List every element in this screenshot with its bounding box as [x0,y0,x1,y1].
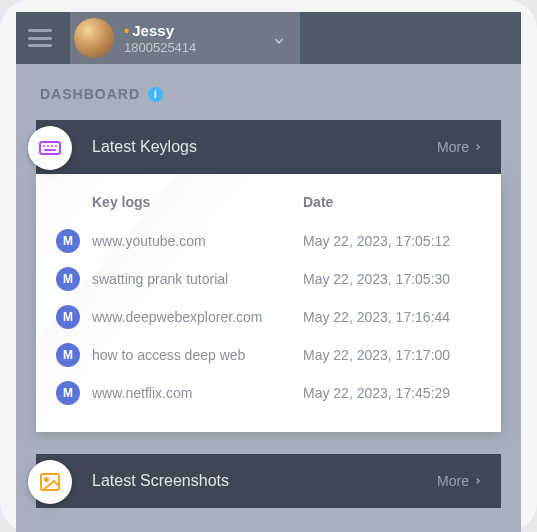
chevron-right-icon [473,142,483,152]
row-badge-icon: M [56,343,80,367]
table-row[interactable]: Mwww.youtube.comMay 22, 2023, 17:05:12 [46,222,491,260]
avatar [74,18,114,58]
row-badge-icon: M [56,305,80,329]
svg-point-7 [45,478,48,481]
row-badge-icon: M [56,381,80,405]
image-icon [28,460,72,504]
info-icon[interactable]: i [148,87,163,102]
column-header-date: Date [303,194,483,210]
more-link[interactable]: More [437,473,483,489]
row-date: May 22, 2023, 17:05:30 [303,271,483,287]
profile-selector[interactable]: Jessy 1800525414 [70,12,300,64]
page-title: DASHBOARD [40,86,140,102]
chevron-right-icon [473,476,483,486]
more-link[interactable]: More [437,139,483,155]
more-label: More [437,139,469,155]
row-text: www.deepwebexplorer.com [92,309,303,325]
row-badge-icon: M [56,229,80,253]
table-row[interactable]: Mwww.netflix.comMay 22, 2023, 17:45:29 [46,374,491,412]
chevron-down-icon [272,34,286,52]
row-badge-icon: M [56,267,80,291]
row-text: how to access deep web [92,347,303,363]
row-date: May 22, 2023, 17:16:44 [303,309,483,325]
screenshots-card: Latest Screenshots More [36,454,501,508]
more-label: More [437,473,469,489]
svg-rect-0 [40,142,60,154]
row-text: www.youtube.com [92,233,303,249]
card-title: Latest Screenshots [92,472,229,490]
row-date: May 22, 2023, 17:17:00 [303,347,483,363]
row-text: www.netflix.com [92,385,303,401]
profile-name: Jessy [124,22,196,39]
table-row[interactable]: Mwww.deepwebexplorer.comMay 22, 2023, 17… [46,298,491,336]
keyboard-icon [28,126,72,170]
profile-id: 1800525414 [124,40,196,55]
row-date: May 22, 2023, 17:05:12 [303,233,483,249]
card-title: Latest Keylogs [92,138,197,156]
menu-icon[interactable] [28,29,52,47]
table-row[interactable]: Mswatting prank tutorialMay 22, 2023, 17… [46,260,491,298]
topbar: Jessy 1800525414 [16,12,521,64]
table-row[interactable]: Mhow to access deep webMay 22, 2023, 17:… [46,336,491,374]
keylogs-card: Latest Keylogs More Key logs Date Mwww.y… [36,120,501,432]
row-date: May 22, 2023, 17:45:29 [303,385,483,401]
column-header-keylogs: Key logs [92,194,303,210]
row-text: swatting prank tutorial [92,271,303,287]
